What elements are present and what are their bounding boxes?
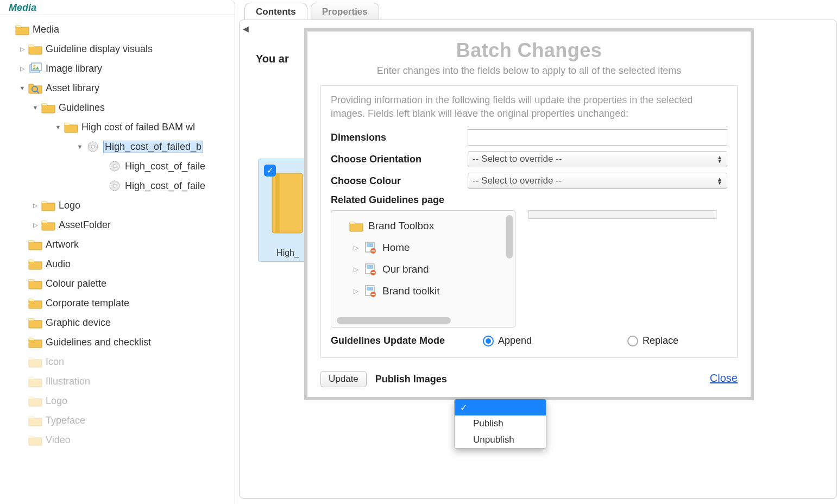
tree-item-audio[interactable]: Audio <box>0 254 235 274</box>
row-dimensions: Dimensions <box>331 129 727 146</box>
images-icon <box>28 61 42 75</box>
tree-root-media[interactable]: ▶ Media <box>0 20 235 39</box>
row-update-mode: Guidelines Update Mode Append Replace <box>331 335 727 346</box>
tree-item-illustration[interactable]: Illustration <box>0 371 235 391</box>
page-icon <box>363 284 378 299</box>
tree-item-high-cost-bam[interactable]: ▼High cost of failed BAM wl <box>0 117 235 137</box>
tree-tab-bar: Media <box>0 0 235 15</box>
tree-item-label: Image library <box>46 63 102 74</box>
tree-item-colour-palette[interactable]: Colour palette <box>0 274 235 293</box>
tree-expand-icon[interactable]: ▷ <box>352 287 360 295</box>
back-arrow-icon[interactable]: ◀ <box>243 24 249 33</box>
update-button[interactable]: Update <box>320 371 367 387</box>
tree-item-label: Asset library <box>46 83 99 94</box>
radio-append[interactable]: Append <box>483 335 532 346</box>
tree-item-label: Guideline display visuals <box>46 43 153 55</box>
row-orientation: Choose Orientation -- Select to override… <box>331 151 727 167</box>
tab-contents[interactable]: Contents <box>244 3 307 20</box>
scrollbar-vertical[interactable] <box>506 215 513 259</box>
scrollbar-horizontal[interactable] <box>337 317 451 324</box>
tree-item-label: Typeface <box>46 415 85 426</box>
tree-item-graphic-device[interactable]: Graphic device <box>0 313 235 332</box>
close-link[interactable]: Close <box>710 372 738 385</box>
tree-expand-icon[interactable]: ▷ <box>352 244 360 251</box>
svg-rect-18 <box>367 265 373 269</box>
tree-item-guidelines-check[interactable]: Guidelines and checklist <box>0 332 235 352</box>
tree-item-logo-2[interactable]: Logo <box>0 391 235 411</box>
tree-item-label: Icon <box>46 356 64 368</box>
input-dimensions[interactable] <box>468 129 727 146</box>
publish-option-unpublish[interactable]: Unpublish <box>455 432 546 448</box>
dialog-subtitle: Enter changes into the fields below to a… <box>320 65 738 77</box>
disc-icon <box>86 140 100 154</box>
disc-icon <box>108 179 122 193</box>
related-tree-item[interactable]: ▷Brand toolkit <box>337 280 509 302</box>
svg-rect-20 <box>372 272 375 273</box>
tree-item-label: Logo <box>46 395 67 407</box>
tree-expand-icon[interactable]: ▼ <box>32 104 39 111</box>
tree-tab-media[interactable]: Media <box>4 0 41 15</box>
checkbox-checked-icon[interactable]: ✓ <box>264 165 276 177</box>
page-icon <box>363 240 378 255</box>
tree-item-hcfb-3[interactable]: High_cost_of_faile <box>0 176 235 196</box>
tree-item-guidelines[interactable]: ▼Guidelines <box>0 98 235 117</box>
tree-item-artwork[interactable]: Artwork <box>0 235 235 254</box>
disc-icon <box>108 159 122 173</box>
tree-item-guideline-visuals[interactable]: ▷Guideline display visuals <box>0 39 235 59</box>
radio-replace-label: Replace <box>643 335 678 346</box>
publish-option-publish[interactable]: Publish <box>455 415 546 432</box>
tree-item-icon[interactable]: Icon <box>0 352 235 371</box>
folder-icon <box>28 42 42 56</box>
related-guidelines-selection[interactable] <box>528 210 716 219</box>
folder-icon <box>41 100 55 115</box>
tree-item-assetfolder[interactable]: ▷AssetFolder <box>0 215 235 235</box>
tree-expand-icon[interactable]: ▷ <box>32 201 39 209</box>
folder-icon <box>28 257 42 271</box>
tree-item-label: Illustration <box>46 376 90 387</box>
label-orientation: Choose Orientation <box>331 154 468 165</box>
main-tab-bar: Contents Properties <box>239 0 837 20</box>
publish-dropdown[interactable]: Publish Unpublish <box>454 399 546 449</box>
related-tree-item[interactable]: Brand Toolbox <box>337 215 509 237</box>
tree-item-asset-library[interactable]: ▼Asset library <box>0 78 235 98</box>
tree-expand-icon[interactable]: ▷ <box>352 266 360 273</box>
tree-item-image-library[interactable]: ▷Image library <box>0 59 235 78</box>
tree-expand-icon[interactable]: ▼ <box>76 143 84 150</box>
select-caret-icon: ▲▼ <box>717 155 722 163</box>
tree-item-label: Corporate template <box>46 298 129 309</box>
tree-expand-icon[interactable]: ▷ <box>18 45 26 53</box>
tree-item-typeface[interactable]: Typeface <box>0 411 235 430</box>
tree-item-label: High_cost_of_faile <box>125 180 205 192</box>
radio-replace[interactable]: Replace <box>627 335 678 346</box>
tree-expand-icon[interactable]: ▼ <box>18 84 26 92</box>
radio-on-icon <box>483 336 494 346</box>
tree-expand-icon[interactable]: ▼ <box>54 123 62 131</box>
tree-item-hcfb-1[interactable]: ▼High_cost_of_failed_b <box>0 137 235 156</box>
publish-option-blank[interactable] <box>455 399 546 415</box>
folder-icon <box>28 237 42 251</box>
folder-icon <box>28 276 42 291</box>
select-colour[interactable]: -- Select to override -- ▲▼ <box>468 173 727 189</box>
tree-expand-icon[interactable]: ▷ <box>32 221 39 229</box>
media-tree-panel: Media ▶ Media ▷Guideline display visuals… <box>0 0 235 504</box>
tree-expand-icon[interactable]: ▷ <box>18 65 26 72</box>
select-orientation[interactable]: -- Select to override -- ▲▼ <box>468 151 727 167</box>
svg-rect-14 <box>367 243 373 247</box>
related-tree-item[interactable]: ▷Home <box>337 237 509 259</box>
tab-properties[interactable]: Properties <box>311 3 379 20</box>
select-orientation-value: -- Select to override -- <box>473 154 562 165</box>
label-dimensions: Dimensions <box>331 132 468 143</box>
tree-item-label: High_cost_of_faile <box>125 161 205 172</box>
related-tree-label: Home <box>382 242 410 254</box>
svg-point-8 <box>113 165 116 168</box>
related-tree-item[interactable]: ▷Our brand <box>337 259 509 280</box>
tree-item-video[interactable]: Video <box>0 430 235 450</box>
label-colour: Choose Colour <box>331 175 468 187</box>
tree-item-logo[interactable]: ▷Logo <box>0 196 235 215</box>
folder-icon <box>28 296 42 310</box>
tree-item-hcfb-2[interactable]: High_cost_of_faile <box>0 156 235 176</box>
tree-item-corp-template[interactable]: Corporate template <box>0 293 235 313</box>
related-tree-label: Brand toolkit <box>382 285 440 297</box>
svg-rect-24 <box>372 294 375 295</box>
related-guidelines-tree[interactable]: Brand Toolbox▷Home▷Our brand▷Brand toolk… <box>331 210 515 327</box>
